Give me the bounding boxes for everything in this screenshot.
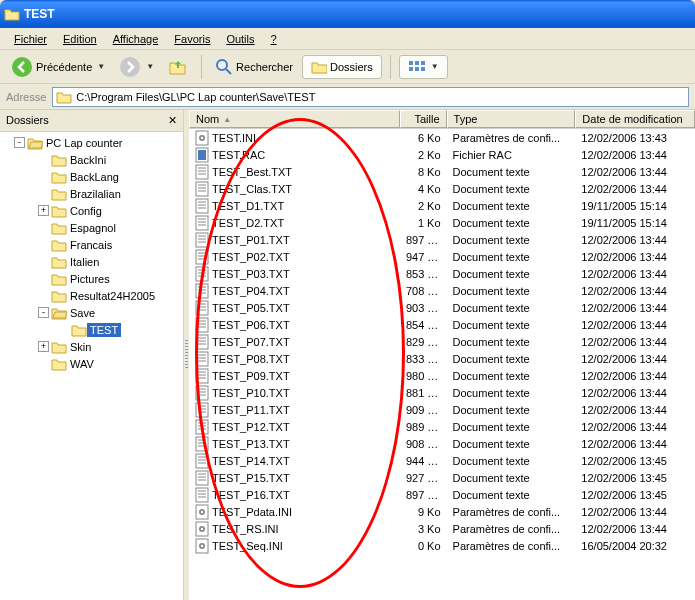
file-row[interactable]: TEST_P08.TXT833 KoDocument texte12/02/20…	[189, 350, 695, 367]
back-button[interactable]: Précédente ▼	[6, 53, 110, 81]
expand-toggle[interactable]: -	[38, 307, 49, 318]
column-size[interactable]: Taille	[400, 110, 447, 128]
file-row[interactable]: TEST_D1.TXT2 KoDocument texte19/11/2005 …	[189, 197, 695, 214]
window-title: TEST	[24, 7, 691, 21]
tree-label: BackLang	[67, 170, 122, 184]
folders-label: Dossiers	[330, 61, 373, 73]
file-row[interactable]: TEST_P10.TXT881 KoDocument texte12/02/20…	[189, 384, 695, 401]
file-size: 927 Ko	[400, 472, 447, 484]
file-date: 12/02/2006 13:44	[575, 268, 695, 280]
folder-tree[interactable]: -PC Lap counterBackIniBackLangBrazilalia…	[0, 132, 183, 600]
file-size: 833 Ko	[400, 353, 447, 365]
file-pane[interactable]: Nom▲ Taille Type Date de modification TE…	[189, 110, 695, 600]
file-size: 881 Ko	[400, 387, 447, 399]
address-input[interactable]: C:\Program Files\GL\PC Lap counter\Save\…	[52, 87, 689, 107]
file-row[interactable]: TEST_D2.TXT1 KoDocument texte19/11/2005 …	[189, 214, 695, 231]
tree-node[interactable]: Italien	[2, 253, 181, 270]
file-row[interactable]: TEST_P11.TXT909 KoDocument texte12/02/20…	[189, 401, 695, 418]
file-row[interactable]: TEST_RS.INI3 KoParamètres de confi...12/…	[189, 520, 695, 537]
file-row[interactable]: TEST_Best.TXT8 KoDocument texte12/02/200…	[189, 163, 695, 180]
file-type: Paramètres de confi...	[447, 523, 576, 535]
tree-node[interactable]: Pictures	[2, 270, 181, 287]
file-type: Document texte	[447, 438, 576, 450]
file-row[interactable]: TEST_P02.TXT947 KoDocument texte12/02/20…	[189, 248, 695, 265]
tree-node[interactable]: Resultat24H2005	[2, 287, 181, 304]
column-name[interactable]: Nom▲	[189, 110, 400, 128]
svg-rect-67	[196, 386, 208, 400]
svg-rect-27	[196, 216, 208, 230]
column-type[interactable]: Type	[447, 110, 576, 128]
file-row[interactable]: TEST_P01.TXT897 KoDocument texte12/02/20…	[189, 231, 695, 248]
tree-label: Francais	[67, 238, 115, 252]
tree-label: BackIni	[67, 153, 109, 167]
menu-edit[interactable]: Edition	[55, 31, 105, 47]
file-row[interactable]: TEST_P15.TXT927 KoDocument texte12/02/20…	[189, 469, 695, 486]
tree-node[interactable]: WAV	[2, 355, 181, 372]
menu-help[interactable]: ?	[263, 31, 285, 47]
file-type: Document texte	[447, 217, 576, 229]
file-date: 16/05/2004 20:32	[575, 540, 695, 552]
tree-node[interactable]: -Save	[2, 304, 181, 321]
file-row[interactable]: TEST_P04.TXT708 KoDocument texte12/02/20…	[189, 282, 695, 299]
up-button[interactable]	[163, 54, 193, 80]
file-row[interactable]: TEST_P09.TXT980 KoDocument texte12/02/20…	[189, 367, 695, 384]
tree-label: Italien	[67, 255, 102, 269]
expand-toggle[interactable]: +	[38, 341, 49, 352]
file-row[interactable]: TEST_P12.TXT989 KoDocument texte12/02/20…	[189, 418, 695, 435]
file-row[interactable]: TEST_P05.TXT903 KoDocument texte12/02/20…	[189, 299, 695, 316]
file-row[interactable]: TEST.RAC2 KoFichier RAC12/02/2006 13:44	[189, 146, 695, 163]
menu-view[interactable]: Affichage	[105, 31, 167, 47]
file-date: 12/02/2006 13:44	[575, 370, 695, 382]
tree-node[interactable]: Espagnol	[2, 219, 181, 236]
file-row[interactable]: TEST_P07.TXT829 KoDocument texte12/02/20…	[189, 333, 695, 350]
menu-favorites[interactable]: Favoris	[166, 31, 218, 47]
tree-node[interactable]: Brazilalian	[2, 185, 181, 202]
addressbar: Adresse C:\Program Files\GL\PC Lap count…	[0, 84, 695, 110]
file-row[interactable]: TEST_P13.TXT908 KoDocument texte12/02/20…	[189, 435, 695, 452]
tree-node[interactable]: -PC Lap counter	[2, 134, 181, 151]
file-date: 12/02/2006 13:44	[575, 302, 695, 314]
address-path: C:\Program Files\GL\PC Lap counter\Save\…	[76, 91, 315, 103]
file-row[interactable]: TEST_P03.TXT853 KoDocument texte12/02/20…	[189, 265, 695, 282]
svg-rect-23	[196, 199, 208, 213]
column-headers: Nom▲ Taille Type Date de modification	[189, 110, 695, 129]
file-date: 12/02/2006 13:44	[575, 166, 695, 178]
file-type: Document texte	[447, 370, 576, 382]
file-date: 12/02/2006 13:44	[575, 353, 695, 365]
close-icon[interactable]: ✕	[168, 114, 177, 127]
svg-rect-35	[196, 250, 208, 264]
svg-point-0	[12, 57, 32, 77]
file-row[interactable]: TEST.INI6 KoParamètres de confi...12/02/…	[189, 129, 695, 146]
file-row[interactable]: TEST_Clas.TXT4 KoDocument texte12/02/200…	[189, 180, 695, 197]
tree-node[interactable]: TEST	[2, 321, 181, 338]
expand-toggle[interactable]: +	[38, 205, 49, 216]
file-type: Document texte	[447, 302, 576, 314]
menu-tools[interactable]: Outils	[218, 31, 262, 47]
expand-toggle[interactable]: -	[14, 137, 25, 148]
file-size: 708 Ko	[400, 285, 447, 297]
file-row[interactable]: TEST_Pdata.INI9 KoParamètres de confi...…	[189, 503, 695, 520]
views-button[interactable]: ▼	[399, 55, 448, 79]
toolbar: Précédente ▼ ▼ Rechercher Dossiers ▼	[0, 50, 695, 84]
tree-node[interactable]: BackIni	[2, 151, 181, 168]
tree-node[interactable]: +Skin	[2, 338, 181, 355]
search-button[interactable]: Rechercher	[210, 55, 298, 79]
file-row[interactable]: TEST_Seq.INI0 KoParamètres de confi...16…	[189, 537, 695, 554]
file-list: TEST.INI6 KoParamètres de confi...12/02/…	[189, 129, 695, 554]
file-size: 2 Ko	[400, 149, 447, 161]
file-row[interactable]: TEST_P14.TXT944 KoDocument texte12/02/20…	[189, 452, 695, 469]
titlebar[interactable]: TEST	[0, 0, 695, 28]
menu-file[interactable]: Fichier	[6, 31, 55, 47]
file-date: 12/02/2006 13:44	[575, 251, 695, 263]
file-row[interactable]: TEST_P06.TXT854 KoDocument texte12/02/20…	[189, 316, 695, 333]
file-row[interactable]: TEST_P16.TXT897 KoDocument texte12/02/20…	[189, 486, 695, 503]
forward-button[interactable]: ▼	[114, 53, 159, 81]
tree-node[interactable]: +Config	[2, 202, 181, 219]
tree-node[interactable]: Francais	[2, 236, 181, 253]
folders-button[interactable]: Dossiers	[302, 55, 382, 79]
sidebar-title: Dossiers	[6, 114, 49, 127]
tree-node[interactable]: BackLang	[2, 168, 181, 185]
svg-rect-9	[421, 67, 425, 71]
column-date[interactable]: Date de modification	[575, 110, 695, 128]
svg-rect-14	[198, 150, 206, 160]
